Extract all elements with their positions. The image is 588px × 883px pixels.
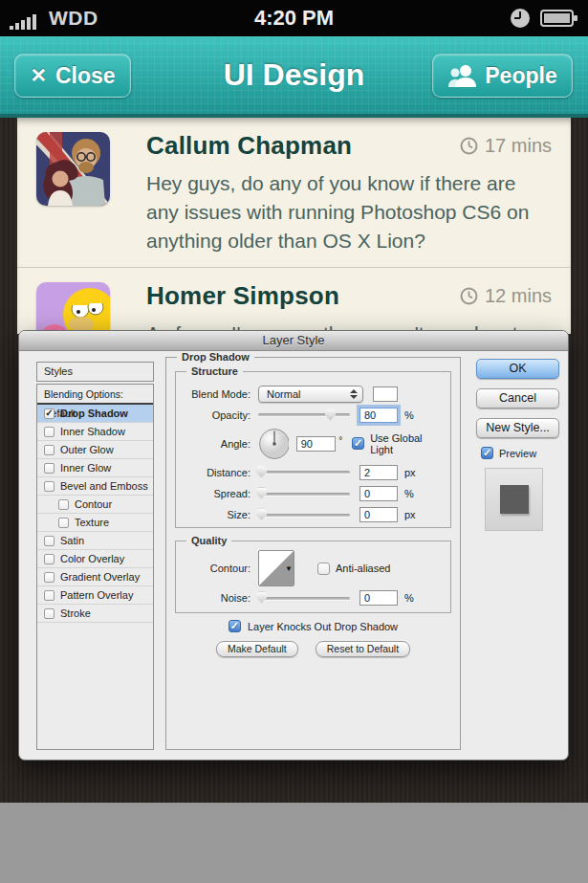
timestamp: 12 mins — [460, 285, 552, 307]
styles-item-blending-options[interactable]: Blending Options: Default — [37, 385, 153, 405]
distance-slider-thumb[interactable] — [256, 466, 267, 477]
styles-item-gradient-overlay[interactable]: Gradient Overlay — [37, 568, 153, 586]
opacity-field[interactable]: 80 — [359, 408, 398, 423]
message-text: Hey guys, do any of you know if there ar… — [146, 169, 552, 255]
defaults-row: Make Default Reset to Default — [166, 641, 460, 657]
styles-item-outer-glow[interactable]: Outer Glow — [37, 441, 153, 459]
styles-item-label: Satin — [60, 535, 84, 546]
styles-item-satin[interactable]: Satin — [37, 532, 153, 550]
styles-item-label: Pattern Overlay — [60, 589, 133, 601]
styles-item-label: Inner Glow — [60, 462, 111, 474]
styles-item-bevel-and-emboss[interactable]: Bevel and Emboss — [37, 477, 153, 496]
opacity-slider[interactable] — [258, 413, 350, 416]
distance-label: Distance: — [184, 467, 250, 478]
preview-swatch — [485, 468, 543, 531]
preview-checkbox[interactable]: ✓ — [481, 447, 493, 459]
blend-mode-select[interactable]: Normal — [258, 386, 363, 403]
spread-row: Spread: 0 % — [184, 484, 443, 502]
use-global-light-label: Use Global Light — [370, 432, 443, 455]
size-row: Size: 0 px — [184, 506, 443, 524]
ok-button[interactable]: OK — [476, 359, 559, 379]
message-card[interactable]: Homer Simpson 12 mins As far as I'm awar… — [17, 267, 571, 334]
anti-aliased-checkbox[interactable] — [317, 563, 330, 575]
iphone-screen: WDD 4:20 PM UI Design ✕ Close — [0, 0, 588, 883]
checkbox-unchecked[interactable] — [44, 463, 54, 474]
spread-slider[interactable] — [258, 493, 350, 496]
styles-item-label: Gradient Overlay — [60, 571, 140, 583]
checkbox-unchecked[interactable] — [58, 499, 69, 510]
layer-knockout-checkbox[interactable]: ✓ — [229, 620, 241, 632]
noise-slider[interactable] — [258, 597, 350, 600]
noise-slider-thumb[interactable] — [256, 592, 267, 604]
reset-default-button[interactable]: Reset to Default — [316, 641, 410, 657]
styles-item-label: Contour — [75, 498, 112, 510]
styles-item-inner-glow[interactable]: Inner Glow — [37, 459, 153, 477]
styles-item-label: Texture — [75, 517, 109, 528]
make-default-button[interactable]: Make Default — [216, 641, 298, 657]
new-style-button[interactable]: New Style... — [476, 418, 559, 438]
checkbox-unchecked[interactable] — [44, 536, 54, 546]
checkbox-unchecked[interactable] — [44, 481, 54, 492]
structure-group: Structure Blend Mode: Normal Opacity: 80 — [175, 371, 451, 528]
spread-slider-thumb[interactable] — [256, 488, 267, 499]
checkbox-unchecked[interactable] — [58, 518, 69, 528]
distance-slider[interactable] — [258, 471, 350, 474]
alarm-clock-icon — [510, 8, 531, 29]
distance-unit: px — [404, 467, 416, 478]
distance-row: Distance: 2 px — [184, 463, 443, 481]
angle-field[interactable]: 90 — [296, 436, 336, 452]
opacity-slider-thumb[interactable] — [325, 408, 336, 420]
checkbox-checked[interactable]: ✓ — [44, 408, 54, 419]
checkbox-unchecked[interactable] — [44, 608, 54, 619]
contour-row: Contour: ▼ Anti-aliased — [184, 551, 443, 585]
styles-item-label: Stroke — [60, 607, 91, 619]
styles-item-contour[interactable]: Contour — [37, 496, 153, 514]
message-list: Callum Chapman 17 mins Hey guys, do any … — [17, 118, 571, 334]
preview-shadow-square — [500, 485, 529, 514]
styles-item-stroke[interactable]: Stroke — [37, 605, 153, 623]
checkbox-unchecked[interactable] — [44, 554, 54, 564]
layer-knockout-label: Layer Knocks Out Drop Shadow — [248, 621, 398, 632]
size-slider[interactable] — [258, 514, 350, 517]
styles-item-label: Inner Shadow — [60, 426, 125, 437]
contour-thumbnail[interactable]: ▼ — [258, 550, 294, 586]
close-button[interactable]: ✕ Close — [14, 54, 131, 98]
angle-label: Angle: — [184, 438, 250, 450]
checkbox-unchecked[interactable] — [44, 445, 54, 455]
avatar-image-homer — [36, 282, 110, 334]
spread-field[interactable]: 0 — [359, 486, 398, 501]
styles-item-inner-shadow[interactable]: Inner Shadow — [37, 423, 153, 441]
distance-field[interactable]: 2 — [359, 465, 398, 480]
noise-unit: % — [404, 592, 414, 604]
angle-dial[interactable] — [258, 428, 289, 460]
timestamp-label: 17 mins — [485, 135, 552, 157]
noise-field[interactable]: 0 — [359, 590, 398, 606]
styles-item-color-overlay[interactable]: Color Overlay — [37, 550, 153, 568]
timestamp-label: 12 mins — [485, 285, 552, 307]
status-bar: WDD 4:20 PM — [0, 0, 588, 36]
use-global-light-checkbox[interactable]: ✓ — [352, 437, 364, 450]
dialog-titlebar[interactable]: Layer Style — [19, 331, 568, 351]
noise-label: Noise: — [184, 592, 250, 604]
checkbox-unchecked[interactable] — [44, 590, 54, 601]
checkbox-unchecked[interactable] — [44, 427, 54, 437]
clock-icon — [460, 287, 478, 305]
message-card[interactable]: Callum Chapman 17 mins Hey guys, do any … — [17, 118, 571, 267]
anti-aliased-label: Anti-aliased — [336, 563, 390, 574]
timestamp: 17 mins — [460, 135, 552, 157]
preview-row: ✓ Preview — [481, 447, 536, 459]
styles-item-pattern-overlay[interactable]: Pattern Overlay — [37, 586, 153, 605]
dialog-title: Layer Style — [262, 333, 324, 347]
size-field[interactable]: 0 — [359, 507, 398, 522]
cancel-button[interactable]: Cancel — [476, 388, 559, 408]
sender-name: Callum Chapman — [146, 131, 352, 161]
shadow-color-swatch[interactable] — [373, 386, 398, 402]
layer-style-dialog: Layer Style Styles Blending Options: Def… — [18, 330, 569, 761]
navbar: UI Design ✕ Close People — [0, 36, 588, 118]
size-slider-thumb[interactable] — [256, 509, 267, 520]
styles-item-texture[interactable]: Texture — [37, 514, 153, 532]
spread-unit: % — [404, 488, 414, 499]
checkbox-unchecked[interactable] — [44, 572, 54, 583]
people-button-label: People — [485, 63, 556, 89]
people-button[interactable]: People — [432, 54, 573, 98]
